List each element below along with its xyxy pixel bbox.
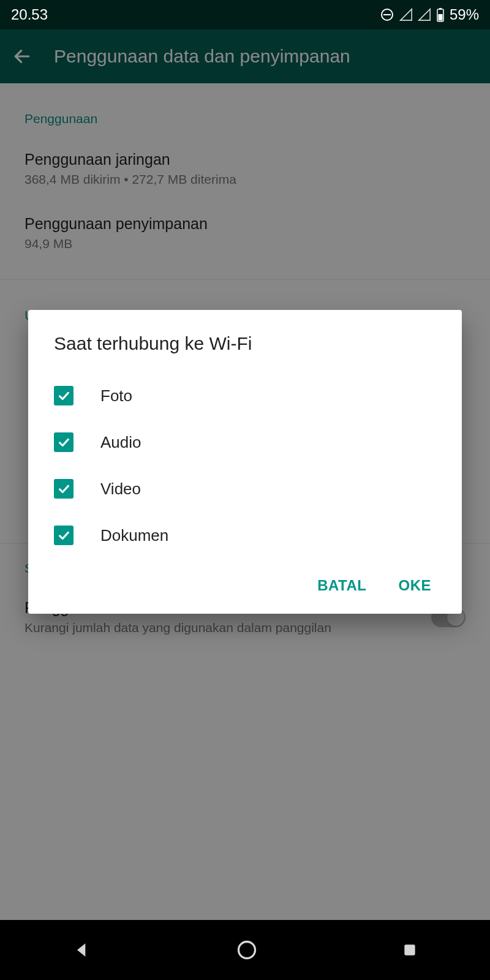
status-time: 20.53 xyxy=(11,6,48,23)
screen: 20.53 59% Penggunaan data dan penyimpana… xyxy=(0,0,490,980)
status-right: 59% xyxy=(380,6,479,23)
nav-back-icon[interactable] xyxy=(72,940,92,960)
checkbox-checked-icon[interactable] xyxy=(54,386,74,405)
nav-bar xyxy=(0,920,490,980)
checkbox-checked-icon[interactable] xyxy=(54,526,74,545)
nav-recent-icon[interactable] xyxy=(402,942,418,958)
signal-2-icon xyxy=(418,8,431,21)
signal-1-icon xyxy=(399,8,413,21)
checkbox-checked-icon[interactable] xyxy=(54,479,74,499)
option-dokumen[interactable]: Dokumen xyxy=(54,512,436,559)
dialog-actions: BATAL OKE xyxy=(54,559,436,605)
do-not-disturb-icon xyxy=(380,7,394,22)
status-bar: 20.53 59% xyxy=(0,0,490,29)
option-label: Audio xyxy=(100,433,141,452)
option-label: Dokumen xyxy=(100,526,168,545)
wifi-autodownload-dialog: Saat terhubung ke Wi-Fi Foto Audio Video… xyxy=(28,310,462,614)
svg-rect-7 xyxy=(405,944,415,955)
checkbox-checked-icon[interactable] xyxy=(54,432,74,452)
svg-point-6 xyxy=(238,942,255,959)
dialog-title: Saat terhubung ke Wi-Fi xyxy=(54,333,436,354)
battery-percent: 59% xyxy=(450,6,479,23)
option-audio[interactable]: Audio xyxy=(54,419,436,466)
option-video[interactable]: Video xyxy=(54,466,436,512)
option-foto[interactable]: Foto xyxy=(54,372,436,419)
battery-icon xyxy=(436,7,445,22)
svg-rect-4 xyxy=(438,14,442,21)
nav-home-icon[interactable] xyxy=(236,939,258,961)
svg-rect-3 xyxy=(439,8,442,10)
option-label: Video xyxy=(100,480,141,499)
ok-button[interactable]: OKE xyxy=(398,577,431,594)
option-label: Foto xyxy=(100,386,132,405)
cancel-button[interactable]: BATAL xyxy=(317,577,366,594)
